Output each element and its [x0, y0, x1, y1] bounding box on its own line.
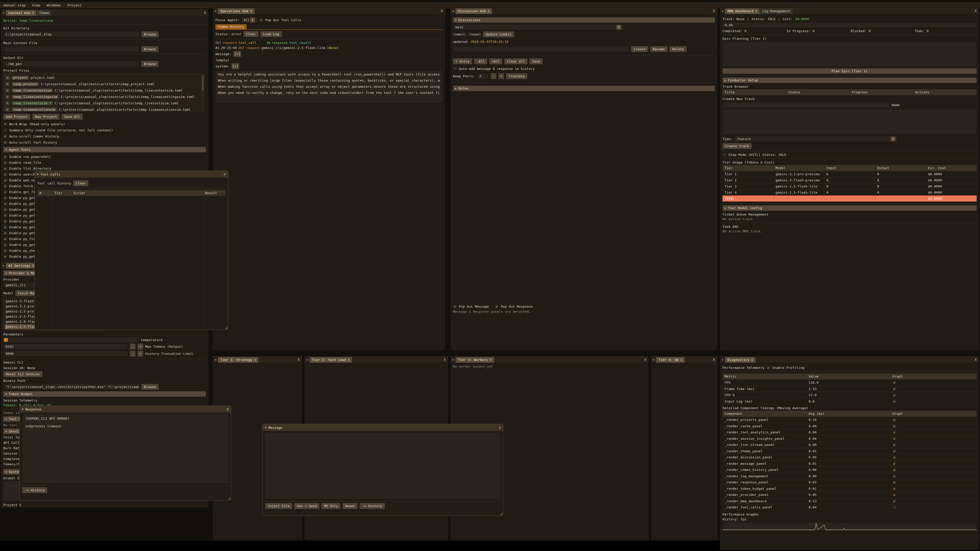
close-window-icon[interactable]: X: [499, 426, 501, 430]
pop-out-message-checkbox[interactable]: ✔: [453, 305, 457, 308]
metric-graph-checkbox[interactable]: ✔: [892, 393, 896, 397]
reset-cli-session-button[interactable]: Reset CLI Session: [3, 371, 42, 377]
close-panel-icon[interactable]: X: [641, 358, 649, 363]
component-graph-checkbox[interactable]: ✔: [892, 462, 896, 465]
close-panel-icon[interactable]: X: [295, 358, 302, 363]
chevron-down-icon[interactable]: ▼: [37, 173, 38, 176]
tab-tier3[interactable]: Tier 3: WorkersX: [455, 357, 494, 363]
collapse-icon[interactable]: ▼: [720, 359, 725, 363]
tool-calls-titlebar[interactable]: ▼ Tool Calls X: [35, 171, 228, 178]
track-name-input[interactable]: [722, 102, 890, 108]
component-graph-checkbox[interactable]: ✔: [892, 430, 896, 434]
resize-grip[interactable]: [500, 513, 503, 515]
project-file-row[interactable]: x temp_liveexecutionsim C:\projects\manu…: [5, 106, 203, 111]
tool-checkbox[interactable]: ✔: [3, 190, 7, 194]
delete-button[interactable]: Delete: [670, 46, 687, 52]
column-header[interactable]: Title: [722, 89, 786, 95]
truncate-button[interactable]: Truncate: [506, 73, 527, 79]
chevron-down-icon[interactable]: ▼: [22, 408, 23, 410]
collapse-icon[interactable]: ▼: [450, 359, 455, 363]
message-textarea[interactable]: [265, 432, 501, 499]
binary-browse-button[interactable]: Browse: [142, 384, 159, 390]
component-graph-checkbox[interactable]: ✔: [892, 481, 896, 484]
close-panel-icon[interactable]: X: [441, 358, 448, 363]
collapse-icon[interactable]: ▼: [450, 10, 455, 14]
main-context-file-input[interactable]: [3, 46, 139, 52]
tab-operations-hub[interactable]: Operations HubX: [218, 8, 254, 14]
project-files-list[interactable]: x project project.toml x temp_project C:…: [3, 73, 205, 111]
message-window[interactable]: ▼ Message X Inject FileGen + SendMD Only…: [262, 424, 503, 516]
close-panel-icon[interactable]: X: [972, 9, 979, 14]
collapse-icon[interactable]: ▼: [304, 359, 309, 363]
close-tab-icon[interactable]: X: [490, 358, 492, 362]
project-file-row[interactable]: x temp_project C:\projects\manual_slop\t…: [5, 81, 203, 87]
file-name-badge[interactable]: temp_liveexecutionsim: [12, 108, 57, 111]
file-name-badge[interactable]: temp_livetoolssim *: [12, 101, 53, 105]
collapse-icon[interactable]: ▼: [213, 359, 218, 363]
auto-add-checkbox[interactable]: ✔: [453, 67, 457, 71]
tool-checkbox[interactable]: ✔: [3, 225, 7, 229]
column-header[interactable]: Script: [71, 190, 203, 196]
component-graph-checkbox[interactable]: ✔: [892, 424, 896, 428]
project-file-row[interactable]: x temp_livecontextsim C:\projects\manual…: [5, 87, 203, 94]
history-limit-input[interactable]: 8000: [3, 351, 128, 357]
close-tab-icon[interactable]: X: [250, 9, 252, 13]
remove-file-button[interactable]: x: [5, 95, 10, 99]
response-to-history-button[interactable]: -> History: [22, 487, 47, 493]
menu-item[interactable]: View: [32, 3, 40, 7]
plan-epic-button[interactable]: Plan Epic (Tier 1): [722, 68, 977, 74]
entry-action-button[interactable]: +All: [489, 59, 502, 64]
column-header[interactable]: Model: [773, 165, 824, 171]
create-button[interactable]: Create: [631, 46, 648, 52]
response-titlebar[interactable]: ▼ Response X: [20, 406, 231, 413]
remove-file-button[interactable]: x: [5, 101, 10, 105]
git-browse-button[interactable]: Browse: [142, 32, 159, 37]
column-header[interactable]: Status: [786, 89, 850, 95]
option-checkbox[interactable]: ✔: [3, 128, 7, 132]
component-graph-checkbox[interactable]: ✔: [892, 418, 896, 422]
new-project-button[interactable]: New Project: [32, 114, 59, 120]
close-tab-icon[interactable]: X: [32, 11, 34, 15]
file-name-badge[interactable]: temp_project: [12, 82, 39, 86]
focus-agent-combo[interactable]: All ▼: [242, 17, 257, 23]
close-tab-icon[interactable]: X: [755, 9, 757, 13]
collapse-icon[interactable]: ▼: [213, 10, 218, 14]
expand-system-button[interactable]: [+]: [231, 63, 239, 69]
project-file-row[interactable]: x project project.toml: [5, 75, 203, 81]
close-tab-icon[interactable]: X: [488, 9, 490, 13]
close-window-icon[interactable]: X: [224, 172, 226, 176]
tool-checkbox[interactable]: ✔: [3, 184, 7, 188]
tier-model-config-header[interactable]: ▶Tier Model Config: [722, 205, 977, 211]
component-graph-checkbox[interactable]: ✔: [892, 499, 896, 503]
discussions-header[interactable]: ▼Discussions: [453, 17, 715, 23]
column-header[interactable]: Tier: [52, 190, 71, 196]
token-budget-header[interactable]: ▼Token Budget: [3, 391, 206, 397]
update-commit-button[interactable]: Update Commit: [483, 32, 514, 37]
column-header[interactable]: Value: [807, 373, 891, 380]
track-description-textarea[interactable]: [722, 109, 977, 135]
component-graph-checkbox[interactable]: ✔: [892, 437, 896, 441]
project-system-textarea[interactable]: [3, 508, 205, 508]
system-prompt-box[interactable]: You are a helpful coding assistant with …: [215, 70, 443, 103]
agent-tools-header[interactable]: ▼Agent Tools: [3, 147, 206, 152]
tool-checkbox[interactable]: ✔: [3, 213, 7, 218]
component-graph-checkbox[interactable]: ✔: [892, 487, 896, 491]
load-log-button[interactable]: Load Log: [261, 31, 282, 37]
menu-item[interactable]: Windows: [47, 3, 61, 7]
message-titlebar[interactable]: ▼ Message X: [262, 424, 503, 431]
clear-tool-history-button[interactable]: Clear: [73, 180, 88, 186]
epic-planning-textarea[interactable]: [722, 41, 977, 67]
component-graph-checkbox[interactable]: ✔: [892, 506, 896, 510]
chevron-down-icon[interactable]: ▼: [616, 25, 621, 30]
tab-mma-dashboard[interactable]: MMA DashboardX: [725, 8, 759, 14]
chevron-down-icon[interactable]: ▼: [891, 137, 896, 141]
collapse-icon[interactable]: ▼: [1, 265, 6, 268]
collapse-icon[interactable]: ▼: [1, 12, 6, 16]
column-header[interactable]: Progress: [850, 89, 913, 95]
column-header[interactable]: Metric: [722, 373, 807, 380]
tool-checkbox[interactable]: ✔: [3, 155, 7, 159]
response-window[interactable]: ▼ Response X [GEMINI_CLI API ERROR] subp…: [19, 406, 231, 500]
keep-pairs-input[interactable]: 2: [477, 73, 489, 79]
max-tokens-minus-button[interactable]: -: [130, 344, 135, 349]
collapse-icon[interactable]: ▼: [651, 359, 656, 363]
